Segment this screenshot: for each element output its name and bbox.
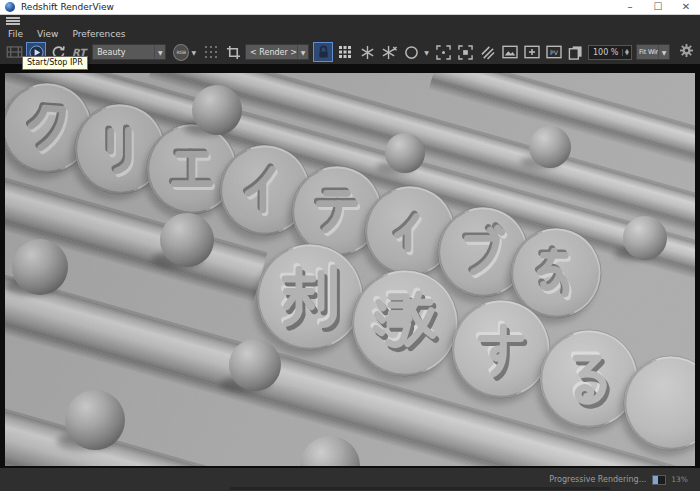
svg-text:PV: PV — [550, 49, 559, 56]
fit-window-dropdown[interactable]: Fit Window ▼ — [636, 44, 670, 60]
region-dropdown-arrow-icon[interactable]: ▼ — [424, 49, 429, 56]
progress-bar — [652, 475, 666, 485]
status-label: Progressive Rendering... — [549, 475, 646, 484]
zoom-spinner[interactable]: 100 % ▲▼ — [588, 45, 632, 60]
aov-dropdown-value: Beauty — [93, 48, 154, 57]
region-circle-icon[interactable] — [401, 42, 421, 62]
rgb-display-button[interactable]: RGB — [173, 44, 189, 61]
fit-window-value: Fit Window — [637, 48, 658, 56]
hamburger-bar — [0, 15, 700, 28]
snapshot-dropdown-value: < Render > — [246, 48, 297, 57]
save-image-icon[interactable] — [500, 42, 520, 62]
zoom-value: 100 % — [589, 48, 622, 57]
menu-view[interactable]: View — [30, 29, 65, 39]
diagonal-compare-icon[interactable] — [478, 42, 498, 62]
chevron-down-icon: ▼ — [658, 45, 669, 59]
region-select-icon[interactable] — [456, 42, 476, 62]
rendered-image[interactable] — [5, 73, 695, 466]
toolbar-right-group: 100 % ▲▼ Fit Window ▼ — [588, 43, 696, 62]
render-viewport[interactable] — [0, 64, 700, 468]
focus-target-icon[interactable] — [434, 42, 454, 62]
chevron-down-icon: ▼ — [297, 45, 308, 59]
progress-percent: 13% — [671, 475, 688, 484]
chevron-down-icon: ▼ — [154, 45, 165, 59]
toolbar: RT Beauty ▼ RGB ▼ < Render > ▼ ▼ — [0, 40, 700, 64]
snapshot-compare-icon[interactable] — [379, 42, 399, 62]
snapshot-snowflake-icon[interactable] — [357, 42, 377, 62]
copy-frame-icon[interactable] — [566, 42, 586, 62]
zoom-spin-arrows-icon[interactable]: ▲▼ — [622, 49, 631, 56]
maximize-icon[interactable]: ☐ — [644, 0, 672, 14]
tooltip: Start/Stop IPR — [22, 56, 88, 70]
filmstrip-icon[interactable] — [4, 42, 24, 62]
menu-file[interactable]: File — [0, 29, 30, 39]
menu-bar: File View Preferences — [0, 28, 700, 40]
send-to-pv-icon[interactable]: PV — [544, 42, 564, 62]
close-icon[interactable]: ✕ — [672, 0, 700, 14]
crop-icon[interactable] — [223, 42, 243, 62]
snapshot-dropdown[interactable]: < Render > ▼ — [245, 44, 309, 60]
dither-grid-icon[interactable] — [201, 42, 221, 62]
add-image-icon[interactable] — [522, 42, 542, 62]
horizontal-scrollbar[interactable] — [230, 487, 610, 490]
title-bar: Redshift RenderView – ☐ ✕ — [0, 0, 700, 15]
lock-view-button[interactable] — [313, 42, 333, 62]
redshift-app-icon — [5, 2, 15, 12]
pixel-grid-icon[interactable] — [335, 42, 355, 62]
minimize-icon[interactable]: – — [616, 0, 644, 14]
rgb-dropdown-arrow-icon[interactable]: ▼ — [191, 49, 196, 56]
hamburger-menu-icon[interactable] — [6, 17, 20, 26]
aov-dropdown[interactable]: Beauty ▼ — [92, 44, 166, 60]
settings-gear-icon[interactable] — [679, 43, 694, 62]
menu-preferences[interactable]: Preferences — [65, 29, 132, 39]
window-controls: – ☐ ✕ — [616, 0, 700, 14]
window-title: Redshift RenderView — [21, 2, 114, 12]
